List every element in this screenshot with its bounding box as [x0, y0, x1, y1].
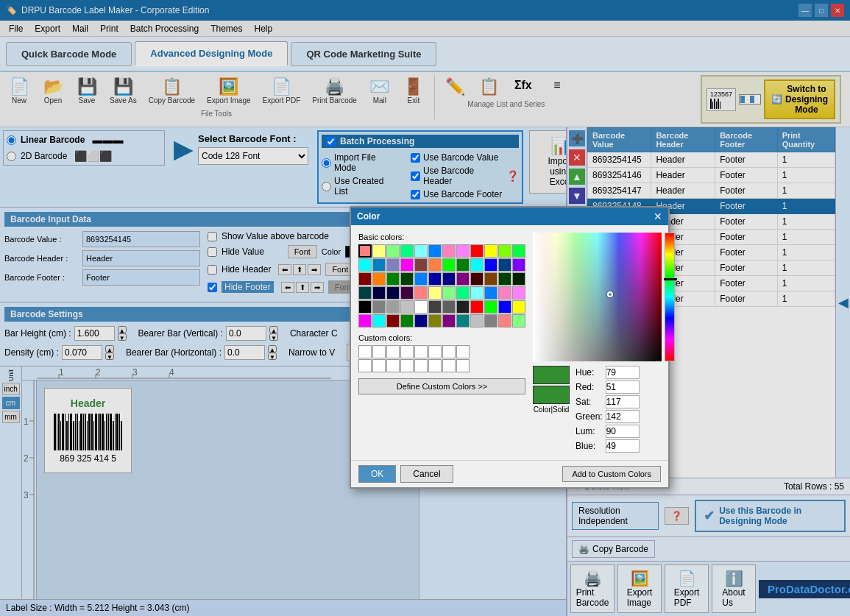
basic-color-swatch[interactable]: [400, 300, 414, 314]
basic-color-swatch[interactable]: [484, 258, 497, 272]
custom-color-swatch[interactable]: [372, 345, 386, 358]
basic-color-swatch[interactable]: [386, 314, 400, 328]
basic-color-swatch[interactable]: [484, 244, 497, 258]
basic-color-swatch[interactable]: [386, 300, 400, 314]
custom-color-swatch[interactable]: [400, 345, 414, 358]
basic-color-swatch[interactable]: [358, 272, 372, 286]
custom-color-swatch[interactable]: [372, 359, 386, 372]
color-dialog-close[interactable]: ✕: [654, 210, 662, 222]
barcode-value-input[interactable]: [82, 231, 200, 247]
hide-value-checkbox[interactable]: [208, 247, 217, 257]
header-align-center[interactable]: ⬆: [293, 264, 306, 275]
save-button[interactable]: 💾 Save: [71, 75, 103, 108]
basic-color-swatch[interactable]: [386, 286, 400, 300]
basic-color-swatch[interactable]: [442, 272, 456, 286]
table-row[interactable]: 8693254147 Header Footer 1: [588, 183, 835, 199]
move-down-button[interactable]: ▼: [569, 188, 585, 204]
tab-qr-code[interactable]: QR Code Marketing Suite: [291, 42, 436, 66]
barcode-header-input[interactable]: [82, 250, 200, 266]
delete-row-button[interactable]: ✕: [569, 149, 585, 166]
header-align-right[interactable]: ➡: [308, 264, 321, 275]
basic-color-swatch[interactable]: [470, 272, 484, 286]
import-file-option[interactable]: Import File Mode: [322, 152, 399, 173]
use-header-checkbox[interactable]: [411, 171, 420, 181]
basic-color-swatch[interactable]: [484, 272, 497, 286]
basic-color-swatch[interactable]: [428, 244, 442, 258]
custom-color-swatch[interactable]: [400, 359, 414, 372]
show-value-checkbox[interactable]: [208, 232, 217, 241]
basic-color-swatch[interactable]: [512, 300, 525, 314]
color-spectrum[interactable]: [533, 233, 662, 361]
basic-color-swatch[interactable]: [498, 244, 511, 258]
basic-color-swatch[interactable]: [358, 300, 372, 314]
basic-color-swatch[interactable]: [498, 258, 511, 272]
linear-barcode-radio[interactable]: [7, 135, 16, 145]
scroll-right-panel[interactable]: ◀: [835, 127, 850, 478]
use-created-radio[interactable]: [322, 182, 331, 191]
basic-color-swatch[interactable]: [372, 272, 386, 286]
basic-color-swatch[interactable]: [386, 258, 400, 272]
basic-color-swatch[interactable]: [442, 244, 456, 258]
basic-color-swatch[interactable]: [442, 286, 456, 300]
res-info-button[interactable]: ❓: [665, 507, 689, 525]
basic-color-swatch[interactable]: [400, 244, 414, 258]
basic-color-swatch[interactable]: [470, 286, 484, 300]
basic-color-swatch[interactable]: [456, 272, 470, 286]
hue-input[interactable]: [606, 366, 640, 379]
basic-color-swatch[interactable]: [428, 272, 442, 286]
copy-barcode-button-2[interactable]: 🖨️ Copy Barcode: [572, 540, 655, 558]
footer-align-left[interactable]: ⬅: [281, 282, 294, 293]
custom-color-swatch[interactable]: [414, 345, 428, 358]
value-font-button[interactable]: Font: [288, 245, 317, 258]
list-manage-button[interactable]: 📋: [473, 75, 506, 99]
switch-to-designing-button[interactable]: 🔄 Switch toDesigningMode: [764, 79, 835, 119]
basic-color-swatch[interactable]: [428, 286, 442, 300]
basic-color-swatch[interactable]: [358, 244, 372, 258]
basic-color-swatch[interactable]: [456, 258, 470, 272]
table-row[interactable]: 8693254145 Header Footer 1: [588, 152, 835, 168]
bar-height-down[interactable]: ▼: [118, 333, 127, 341]
density-down[interactable]: ▼: [105, 353, 114, 360]
export-image-button[interactable]: 🖼️ Export Image: [202, 75, 255, 108]
linear-barcode-option[interactable]: Linear Barcode ▬▬▬: [7, 134, 161, 146]
basic-color-swatch[interactable]: [428, 258, 442, 272]
add-to-custom-button[interactable]: Add to Custom Colors: [562, 466, 661, 482]
basic-color-swatch[interactable]: [456, 244, 470, 258]
use-barcode-button[interactable]: ✔ Use this Barcode in Designing Mode: [695, 500, 846, 532]
basic-color-swatch[interactable]: [372, 258, 386, 272]
header-info-icon[interactable]: ❓: [506, 170, 519, 182]
use-footer-checkbox[interactable]: [411, 190, 420, 199]
tab-advanced-designing[interactable]: Advanced Designing Mode: [135, 41, 288, 66]
custom-color-swatch[interactable]: [456, 359, 470, 372]
menu-export[interactable]: Export: [29, 22, 66, 35]
custom-color-swatch[interactable]: [428, 345, 442, 358]
basic-color-swatch[interactable]: [414, 258, 428, 272]
basic-color-swatch[interactable]: [428, 300, 442, 314]
custom-color-swatch[interactable]: [414, 359, 428, 372]
basic-color-swatch[interactable]: [372, 314, 386, 328]
basic-color-swatch[interactable]: [414, 244, 428, 258]
basic-color-swatch[interactable]: [484, 314, 497, 328]
basic-color-swatch[interactable]: [512, 272, 525, 286]
print-barcode-rp-button[interactable]: 🖨️ PrintBarcode: [570, 564, 615, 613]
basic-color-swatch[interactable]: [512, 244, 525, 258]
hue-bar[interactable]: [665, 233, 675, 361]
basic-color-swatch[interactable]: [428, 314, 442, 328]
basic-color-swatch[interactable]: [358, 258, 372, 272]
bar-height-input[interactable]: [74, 326, 115, 341]
basic-color-swatch[interactable]: [442, 300, 456, 314]
hide-header-checkbox[interactable]: [208, 265, 217, 275]
basic-color-swatch[interactable]: [372, 286, 386, 300]
twod-barcode-option[interactable]: 2D Barcode ⬛⬜⬛: [7, 150, 161, 162]
basic-color-swatch[interactable]: [484, 286, 497, 300]
about-rp-button[interactable]: ℹ️ AboutUs: [712, 564, 756, 613]
color-cancel-button[interactable]: Cancel: [400, 465, 453, 483]
mail-button[interactable]: ✉️ Mail: [364, 75, 396, 108]
custom-color-swatch[interactable]: [428, 359, 442, 372]
basic-color-swatch[interactable]: [414, 314, 428, 328]
custom-color-swatch[interactable]: [386, 359, 400, 372]
basic-color-swatch[interactable]: [372, 300, 386, 314]
font-dropdown[interactable]: Code 128 Font: [198, 147, 308, 165]
basic-color-swatch[interactable]: [498, 272, 511, 286]
basic-color-swatch[interactable]: [400, 258, 414, 272]
